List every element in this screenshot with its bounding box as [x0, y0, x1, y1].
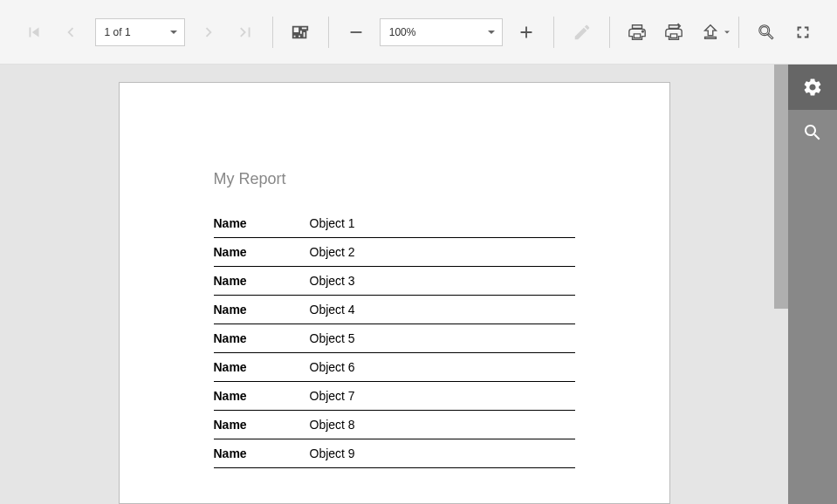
divider [272, 17, 273, 48]
zoom-selector-label: 100% [389, 26, 416, 38]
chevron-down-icon [170, 31, 177, 34]
zoom-out-button[interactable] [339, 15, 372, 50]
row-label: Name [214, 324, 310, 353]
gear-icon [802, 77, 823, 98]
table-row: NameObject 8 [214, 411, 575, 439]
report-table: NameObject 1NameObject 2NameObject 3Name… [214, 209, 575, 468]
row-value: Object 2 [310, 238, 575, 267]
minus-icon [346, 23, 366, 42]
next-page-button[interactable] [192, 15, 225, 50]
right-sidebar [788, 65, 837, 504]
table-row: NameObject 6 [214, 353, 575, 382]
grid-icon [291, 23, 310, 42]
plus-icon [517, 23, 536, 42]
settings-panel-button[interactable] [788, 65, 837, 110]
print-page-icon [664, 23, 683, 42]
divider [553, 17, 554, 48]
page-selector-label: 1 of 1 [105, 26, 131, 38]
export-icon [701, 23, 720, 42]
first-page-icon [24, 23, 44, 42]
chevron-down-icon [724, 31, 730, 33]
row-label: Name [214, 209, 310, 238]
print-page-button[interactable] [657, 15, 690, 50]
chevron-right-icon [199, 23, 218, 42]
row-value: Object 6 [310, 353, 575, 382]
table-row: NameObject 7 [214, 382, 575, 411]
table-row: NameObject 2 [214, 238, 575, 267]
prev-page-button[interactable] [54, 15, 87, 50]
table-row: NameObject 9 [214, 439, 575, 468]
row-label: Name [214, 267, 310, 296]
row-label: Name [214, 411, 310, 439]
zoom-selector[interactable]: 100% [380, 18, 503, 46]
fullscreen-icon [793, 23, 813, 42]
row-label: Name [214, 353, 310, 382]
row-value: Object 7 [310, 382, 575, 411]
search-icon [802, 122, 823, 143]
document-page: My Report NameObject 1NameObject 2NameOb… [119, 82, 670, 504]
chevron-left-icon [61, 23, 80, 42]
divider [609, 17, 610, 48]
export-button[interactable] [694, 15, 727, 50]
table-row: NameObject 3 [214, 267, 575, 296]
zoom-in-button[interactable] [510, 15, 543, 50]
edit-icon [573, 23, 592, 42]
table-row: NameObject 1 [214, 209, 575, 238]
print-icon [628, 23, 647, 42]
row-value: Object 5 [310, 324, 575, 353]
last-page-button[interactable] [229, 15, 262, 50]
toolbar: 1 of 1 100% [0, 0, 837, 65]
search-panel-button[interactable] [788, 110, 837, 155]
row-value: Object 4 [310, 296, 575, 324]
document-viewport: My Report NameObject 1NameObject 2NameOb… [0, 65, 788, 504]
search-button[interactable] [749, 15, 782, 50]
page-selector[interactable]: 1 of 1 [95, 18, 185, 46]
row-value: Object 9 [310, 439, 575, 468]
fullscreen-button[interactable] [786, 15, 820, 50]
search-icon [757, 23, 776, 42]
row-value: Object 3 [310, 267, 575, 296]
report-title: My Report [214, 170, 575, 188]
row-value: Object 1 [310, 209, 575, 238]
divider [328, 17, 329, 48]
row-value: Object 8 [310, 411, 575, 439]
chevron-down-icon [488, 31, 495, 34]
edit-button[interactable] [565, 15, 598, 50]
table-row: NameObject 5 [214, 324, 575, 353]
multipage-view-button[interactable] [284, 15, 317, 50]
vertical-scrollbar[interactable] [774, 65, 788, 309]
last-page-icon [236, 23, 255, 42]
row-label: Name [214, 296, 310, 324]
print-button[interactable] [621, 15, 654, 50]
divider [738, 17, 739, 48]
table-row: NameObject 4 [214, 296, 575, 324]
first-page-button[interactable] [17, 15, 51, 50]
row-label: Name [214, 382, 310, 411]
row-label: Name [214, 238, 310, 267]
row-label: Name [214, 439, 310, 468]
